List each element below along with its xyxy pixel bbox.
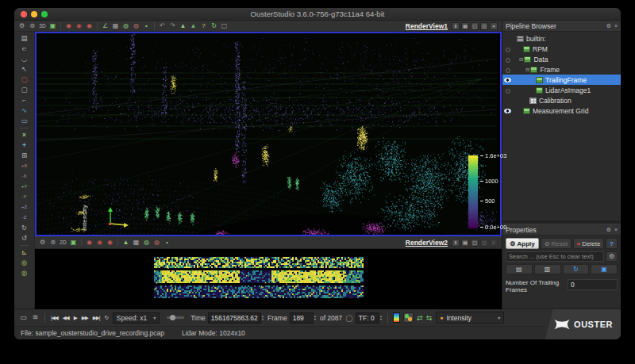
freeze-view-button[interactable]: ‖ <box>452 22 460 30</box>
close-view-button[interactable]: × <box>490 22 498 30</box>
view-minus-z-icon[interactable]: -Z <box>19 213 29 222</box>
renderview2-canvas[interactable] <box>35 249 498 309</box>
record-stream-icon[interactable]: ◉ <box>85 238 94 247</box>
source-cube-icon[interactable]: ▣ <box>69 238 78 247</box>
visibility-eye-icon[interactable] <box>504 86 513 94</box>
close-view-button[interactable]: × <box>490 239 498 247</box>
ruler-corner-icon[interactable]: ⌐ <box>19 95 29 105</box>
pipeline-item-data[interactable]: ⊟ Data <box>502 54 621 64</box>
reset-button[interactable]: ⊘ Reset <box>541 238 572 249</box>
view-plus-y-icon[interactable]: +Y <box>19 182 29 191</box>
split-view-button[interactable]: ◫ <box>480 22 488 30</box>
source-cube-icon[interactable]: ▣ <box>48 21 57 30</box>
edit-color-icon[interactable]: ℮ <box>19 44 29 53</box>
pipeline-item-builtin[interactable]: builtin: <box>502 33 621 44</box>
help-button[interactable]: ? <box>606 238 618 249</box>
play-button[interactable]: ▶ <box>71 315 79 321</box>
panel-close-icon[interactable]: × <box>614 23 618 29</box>
sphere-green-icon[interactable]: ◍ <box>142 238 151 247</box>
sphere-red-icon[interactable]: ◍ <box>152 238 161 247</box>
screenshot-icon[interactable]: ▭ <box>19 116 29 125</box>
split-view-button[interactable]: ◫ <box>480 239 488 247</box>
select-cursor-icon[interactable]: ↖ <box>19 64 29 74</box>
panel-toggle-icon[interactable]: ▭ <box>18 313 29 322</box>
glyph-up-icon[interactable]: ▲ <box>179 21 187 30</box>
panel-close-icon[interactable]: × <box>614 227 618 232</box>
pipeline-item-rpm[interactable]: RPM <box>502 44 621 54</box>
record-frame-icon[interactable]: ◉ <box>75 21 83 30</box>
pipeline-item-frame[interactable]: ⊟ Frame <box>502 64 621 75</box>
sphere-green-icon[interactable]: ◍ <box>121 21 130 30</box>
record-video-icon[interactable]: ◉ <box>85 21 94 30</box>
tree-expander-icon[interactable]: ⊟ <box>519 56 523 63</box>
glyph-up-icon[interactable]: ▲ <box>121 238 130 247</box>
last-frame-button[interactable]: ▶▶| <box>90 315 102 321</box>
box-icon[interactable]: ▢ <box>220 21 229 30</box>
select-points-icon[interactable]: ▢ <box>19 85 29 94</box>
record-frame-icon[interactable]: ◉ <box>95 238 104 247</box>
wrench-icon[interactable]: ⚙ <box>17 21 26 30</box>
time-spinner[interactable]: ▴▾ <box>262 315 264 321</box>
trailing-frames-input[interactable]: 0 <box>568 279 618 290</box>
freeze-view-button[interactable]: ‖ <box>452 239 460 247</box>
speed-dropdown[interactable]: Speed: x1 ▾ <box>113 312 160 324</box>
reload-icon[interactable]: ↻ <box>210 21 218 30</box>
probe-icon[interactable]: ⊚ <box>48 238 57 247</box>
frame-spinner[interactable]: ▴▾ <box>314 315 316 321</box>
center-rotation-icon[interactable]: ◎ <box>19 258 29 267</box>
color-array-dropdown[interactable]: ● Intensity ▾ <box>436 312 504 324</box>
view-minus-x-icon[interactable]: -X <box>19 171 29 181</box>
delete-button[interactable]: × Delete <box>573 238 604 249</box>
tree-expander-icon[interactable]: ⊟ <box>525 67 529 73</box>
select-cells-icon[interactable]: ▢ <box>19 75 29 84</box>
visibility-eye-icon[interactable] <box>504 56 513 63</box>
prev-frame-button[interactable]: ◀◀ <box>60 315 71 321</box>
3d-mode-icon[interactable]: 3D <box>38 21 47 30</box>
2d-mode-icon[interactable]: 2D <box>59 238 67 247</box>
measure-angle-icon[interactable]: ∠ <box>101 21 110 30</box>
save-defaults-button[interactable]: ▣ <box>591 264 618 274</box>
view-menu-button[interactable]: ▤ <box>461 22 469 30</box>
help-icon[interactable]: ? <box>199 21 208 30</box>
view-plus-z-icon[interactable]: +Z <box>19 202 29 212</box>
rescale-range-icon[interactable]: ⇄ <box>417 314 423 322</box>
paste-properties-button[interactable]: ▥ <box>534 264 561 274</box>
renderview1[interactable]: 1.6e+0310005000.0e+00 Intensity <box>35 32 502 236</box>
glyph-up2-icon[interactable]: ▲ <box>189 21 198 30</box>
rescale-custom-icon[interactable]: ⇆ <box>426 314 433 322</box>
python-icon[interactable]: ∿ <box>19 105 29 115</box>
edit-colormap-icon[interactable] <box>403 312 414 323</box>
renderview2-title[interactable]: RenderView2 <box>406 239 448 247</box>
reset-defaults-button[interactable]: ↻ <box>563 264 590 274</box>
redo-icon[interactable]: ↷ <box>168 21 177 30</box>
visibility-eye-icon[interactable] <box>504 35 513 43</box>
move-points-icon[interactable]: + <box>19 140 29 150</box>
record-stream-icon[interactable]: ◉ <box>64 21 73 30</box>
time-input[interactable]: 1561675863.62 <box>208 312 261 324</box>
visibility-eye-icon[interactable] <box>504 66 513 74</box>
console-icon[interactable]: ▤ <box>19 33 29 43</box>
reset-camera-icon[interactable]: ⊾ <box>19 247 29 257</box>
visibility-eye-icon[interactable] <box>504 45 513 53</box>
rotate-90-cw-icon[interactable]: ↻ <box>19 223 29 232</box>
apply-button[interactable]: ⚙ Apply <box>506 238 539 249</box>
frame-input[interactable]: 189 <box>290 312 314 324</box>
visibility-eye-icon[interactable] <box>504 97 513 105</box>
titlebar[interactable]: OusterStudio 3.6.0-756-g73c11a4 64-bit <box>14 8 621 21</box>
rotate-90-ccw-icon[interactable]: ↺ <box>19 233 29 243</box>
properties-search-input[interactable] <box>506 251 604 262</box>
visibility-eye-icon[interactable] <box>504 76 513 84</box>
renderview1-canvas[interactable] <box>37 33 497 235</box>
sphere-red-icon[interactable]: ◍ <box>132 21 140 30</box>
orbit-icon[interactable]: ◎ <box>19 268 29 278</box>
first-frame-button[interactable]: |◀◀ <box>48 315 60 321</box>
tf-spinner[interactable]: ▴▾ <box>380 315 382 321</box>
point-icon[interactable]: • <box>142 21 151 30</box>
pipeline-item-lidarasimage1[interactable]: LidarAsImage1 <box>502 85 621 95</box>
spline-icon[interactable]: ◡ <box>19 54 29 63</box>
view-plus-x-icon[interactable]: +X <box>19 161 29 171</box>
wrench-icon[interactable]: ⚙ <box>38 238 47 247</box>
zoom-box-icon[interactable]: ⊞ <box>19 151 29 160</box>
maximize-view-button[interactable]: ▢ <box>471 22 479 30</box>
pipeline-item-calibration[interactable]: Calibration <box>502 95 621 105</box>
